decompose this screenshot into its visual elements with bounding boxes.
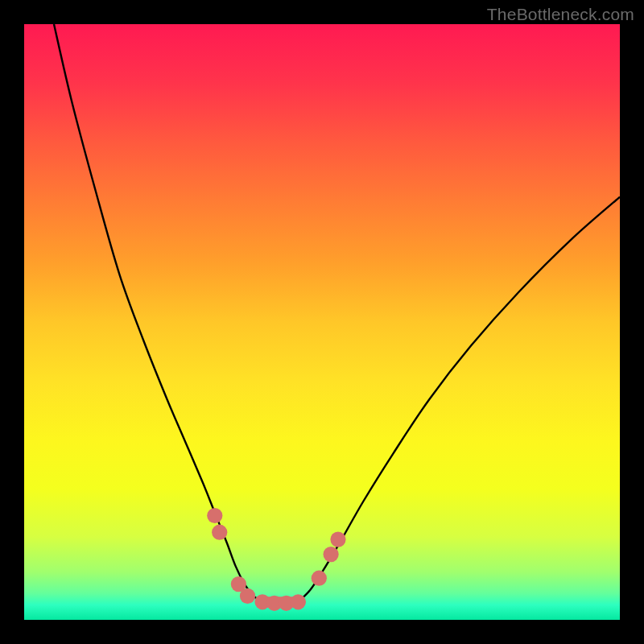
marker-point [312, 571, 327, 586]
marker-point [207, 508, 222, 523]
marker-point [323, 547, 338, 562]
marker-point [212, 525, 227, 540]
marker-point [240, 588, 255, 604]
marker-point [330, 531, 345, 547]
bottleneck-chart [24, 24, 620, 620]
chart-frame: TheBottleneck.com [0, 0, 644, 644]
watermark-text: TheBottleneck.com [487, 5, 634, 24]
gradient-background [24, 24, 620, 620]
marker-point [291, 594, 306, 609]
plot-area [24, 24, 620, 620]
